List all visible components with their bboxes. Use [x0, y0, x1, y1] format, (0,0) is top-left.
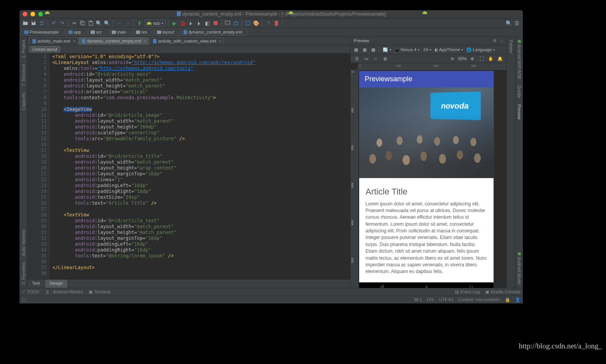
- debug-icon[interactable]: 🐞: [179, 20, 186, 27]
- xml-file-icon: [32, 39, 36, 43]
- terminal-tool-tab[interactable]: ▣ Terminal: [89, 289, 111, 294]
- help-icon[interactable]: ?: [265, 20, 272, 27]
- preview-article-body: Lorem ipsum dolor sit amet, consectetur …: [359, 201, 494, 282]
- editor-tab[interactable]: activity_with_custom_view.xml×: [150, 37, 224, 45]
- preview-tool-tab[interactable]: Preview: [516, 101, 522, 123]
- code-text[interactable]: <?xml version="1.0" encoding="utf-8"?> <…: [49, 53, 350, 279]
- context[interactable]: Context: <no context>: [458, 297, 500, 302]
- design-surface-icon[interactable]: ▦: [352, 46, 360, 53]
- gradle-tool-tab[interactable]: Gradle: [516, 82, 522, 101]
- breadcrumb-item[interactable]: app: [66, 29, 87, 36]
- sync-icon[interactable]: [38, 20, 45, 27]
- palette-tab[interactable]: Palette: [508, 37, 514, 56]
- both-icon[interactable]: ▦: [369, 46, 377, 53]
- design-tab[interactable]: Design: [45, 280, 68, 288]
- preview-header: Preview ⚙ —: [351, 37, 506, 45]
- search-everywhere-icon[interactable]: 🔍: [505, 20, 512, 27]
- run-config-selector[interactable]: app▾: [144, 20, 166, 27]
- pan-icon[interactable]: ↔: [372, 55, 380, 62]
- stop-icon[interactable]: [212, 20, 219, 27]
- build-variants-tool-tab[interactable]: Build Variants: [20, 227, 27, 259]
- menu-icon[interactable]: ☰: [513, 20, 520, 27]
- sdk-icon[interactable]: [232, 20, 239, 27]
- blueprint-icon[interactable]: ▦: [361, 46, 369, 53]
- tool-window-quick-access-icon[interactable]: ▢: [22, 297, 26, 302]
- layout-crumb-item[interactable]: LinearLayout: [30, 46, 60, 52]
- select-icon[interactable]: ▭: [362, 55, 370, 62]
- run-icon[interactable]: ▶: [171, 20, 178, 27]
- breadcrumb-item[interactable]: layout: [155, 29, 180, 36]
- minimize-icon[interactable]: [30, 12, 35, 16]
- theme-selector[interactable]: ◐AppTheme: [433, 47, 465, 52]
- close-icon[interactable]: [23, 12, 27, 16]
- android-icon[interactable]: [285, 20, 292, 27]
- android-model-tool-tab[interactable]: Android Model: [516, 249, 522, 288]
- preview-canvas[interactable]: 0100200300 0100200300400500 Previewsampl…: [351, 63, 506, 288]
- orientation-selector[interactable]: 🔄: [381, 47, 392, 52]
- code-editor[interactable]: 1234567891011121314151617181920212223242…: [27, 53, 350, 279]
- make-icon[interactable]: ⬇: [136, 20, 143, 27]
- breadcrumb-item[interactable]: src: [88, 29, 108, 36]
- favorites-tool-tab[interactable]: 2: Favorites: [20, 259, 27, 287]
- cut-icon[interactable]: ✂: [71, 20, 78, 27]
- menu-icon[interactable]: ☰: [353, 55, 361, 62]
- captures-tool-tab[interactable]: Captures: [20, 89, 27, 113]
- close-tab-icon[interactable]: ×: [73, 39, 75, 43]
- lock-icon[interactable]: 🔒: [505, 297, 510, 302]
- close-tab-icon[interactable]: ×: [144, 39, 146, 43]
- notifications-icon[interactable]: 🔔: [496, 55, 504, 62]
- device-selector[interactable]: 📱Nexus 4: [393, 47, 421, 52]
- redo-icon[interactable]: ↷: [59, 20, 66, 27]
- xml-file-icon: [82, 39, 86, 43]
- breadcrumb-item[interactable]: res: [134, 29, 154, 36]
- structure-tool-tab[interactable]: 7: Structure: [20, 61, 27, 89]
- hector-icon[interactable]: 👤: [515, 297, 520, 302]
- content-area: 1: Project 7: Structure Captures Build V…: [20, 37, 523, 288]
- avd-icon[interactable]: [224, 20, 231, 27]
- svg-rect-2: [82, 22, 84, 25]
- paste-icon[interactable]: [87, 20, 94, 27]
- text-tab[interactable]: Text: [27, 280, 45, 288]
- gear-icon[interactable]: ⚙: [493, 38, 497, 43]
- breadcrumb-item[interactable]: Previewsample: [22, 29, 65, 36]
- todo-tool-tab[interactable]: ✓ TODO: [22, 289, 39, 294]
- find-icon[interactable]: 🔍: [95, 20, 102, 27]
- save-icon[interactable]: [30, 20, 37, 27]
- fit-icon[interactable]: ⛶: [478, 55, 485, 62]
- layout-inspector-icon[interactable]: [244, 20, 251, 27]
- zoom-icon[interactable]: [38, 12, 43, 16]
- watermark: http://blog.csdn.net/a_long_: [519, 342, 602, 350]
- zoom-icon[interactable]: ⊞: [381, 55, 389, 62]
- hide-icon[interactable]: —: [499, 38, 503, 43]
- editor-tab-active[interactable]: dynamic_content_empty.xml×: [78, 37, 149, 45]
- editor-tab[interactable]: activity_main.xml×: [29, 37, 78, 45]
- profile-icon[interactable]: ⏵: [187, 20, 194, 27]
- file-encoding[interactable]: UTF-8‡: [439, 297, 453, 302]
- folder-icon: [136, 30, 140, 34]
- coverage-icon[interactable]: ◧: [204, 20, 211, 27]
- zoom-out-icon[interactable]: ⊖: [449, 55, 456, 62]
- device-icon[interactable]: [273, 20, 280, 27]
- project-tool-tab[interactable]: 1: Project: [20, 37, 27, 61]
- locale-selector[interactable]: 🌐Language: [465, 47, 496, 52]
- theme-editor-icon[interactable]: 🎨: [253, 20, 260, 27]
- gradle-console-tool-tab[interactable]: ▣ Gradle Console: [485, 289, 520, 294]
- breadcrumb-item[interactable]: main: [109, 29, 133, 36]
- forward-icon[interactable]: →: [124, 20, 131, 27]
- android-monitor-tool-tab[interactable]: 6: Android Monitor: [45, 289, 84, 294]
- ide-window: dynamic_content_empty.xml - Previewsampl…: [20, 10, 523, 303]
- wifi-adb-tool-tab[interactable]: Android WiFi ADB: [516, 37, 522, 82]
- breadcrumb-item[interactable]: dynamic_content_empty.xml: [181, 29, 248, 36]
- close-tab-icon[interactable]: ×: [219, 39, 221, 43]
- attach-icon[interactable]: ⏵: [196, 20, 203, 27]
- open-icon[interactable]: [22, 20, 29, 27]
- event-log-tool-tab[interactable]: ▤ Event Log: [455, 289, 480, 294]
- zoom-in-icon[interactable]: ⊕: [468, 55, 476, 62]
- copy-icon[interactable]: [79, 20, 86, 27]
- api-selector[interactable]: 24: [421, 47, 432, 52]
- pan-hand-icon[interactable]: ✋: [487, 55, 495, 62]
- back-icon[interactable]: ←: [116, 20, 123, 27]
- undo-icon[interactable]: ↶: [50, 20, 57, 27]
- line-ending[interactable]: LF‡: [427, 297, 434, 302]
- replace-icon[interactable]: 🔍: [103, 20, 111, 27]
